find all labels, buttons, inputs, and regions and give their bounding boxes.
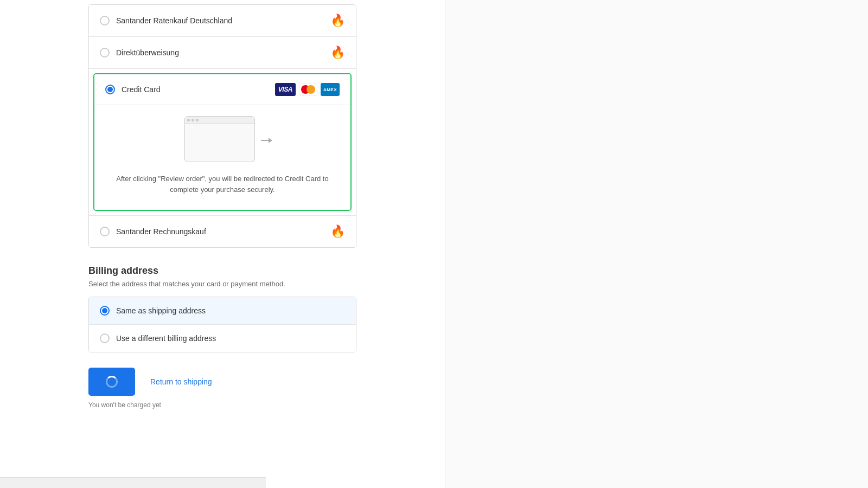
redirect-description: After clicking "Review order", you will … xyxy=(114,174,331,195)
payment-label-credit-card: Credit Card xyxy=(122,85,161,94)
visa-icon: VISA xyxy=(275,83,296,96)
browser-window xyxy=(184,116,255,162)
amex-icon: AMEX xyxy=(321,83,340,96)
billing-address-section: Billing address Select the address that … xyxy=(88,265,356,352)
payment-option-direktueberweisung[interactable]: Direktüberweisung 🔥 xyxy=(89,37,356,69)
radio-direktueberweisung[interactable] xyxy=(100,48,110,57)
payment-label-santander-ratenkauf: Santander Ratenkauf Deutschland xyxy=(116,16,232,25)
return-to-shipping-link[interactable]: Return to shipping xyxy=(150,377,212,386)
loading-spinner xyxy=(106,376,118,388)
submit-button[interactable] xyxy=(88,368,135,396)
santander-icon-1: 🔥 xyxy=(330,46,345,60)
radio-different-billing[interactable] xyxy=(100,333,110,343)
right-panel xyxy=(445,0,868,488)
payment-label-santander-rechnungskauf: Santander Rechnungskauf xyxy=(116,227,206,236)
credit-card-body: After clicking "Review order", you will … xyxy=(94,105,350,210)
billing-option-same[interactable]: Same as shipping address xyxy=(89,297,356,325)
billing-label-same: Same as shipping address xyxy=(116,306,206,315)
no-charge-notice: You won't be charged yet xyxy=(88,401,356,409)
billing-subtitle: Select the address that matches your car… xyxy=(88,280,356,288)
radio-same-as-shipping[interactable] xyxy=(100,306,110,316)
payment-option-santander-rechnungskauf[interactable]: Santander Rechnungskauf 🔥 xyxy=(89,216,356,247)
payment-label-direktueberweisung: Direktüberweisung xyxy=(116,48,179,57)
bottom-bar xyxy=(0,477,266,488)
radio-credit-card[interactable] xyxy=(105,85,115,94)
mastercard-icon xyxy=(299,83,317,96)
browser-bar xyxy=(185,117,254,124)
redirect-arrow xyxy=(261,138,272,143)
radio-santander-ratenkauf[interactable] xyxy=(100,16,110,25)
billing-title: Billing address xyxy=(88,265,356,277)
billing-label-different: Use a different billing address xyxy=(116,334,216,343)
santander-icon-3: 🔥 xyxy=(330,224,345,239)
billing-option-different[interactable]: Use a different billing address xyxy=(89,325,356,352)
santander-icon-0: 🔥 xyxy=(330,14,345,28)
payment-option-credit-card-wrapper: Credit Card VISA AMEX xyxy=(89,69,356,216)
credit-card-header[interactable]: Credit Card VISA AMEX xyxy=(94,74,350,105)
action-row: Return to shipping xyxy=(88,368,356,396)
billing-options-list: Same as shipping address Use a different… xyxy=(88,297,356,352)
radio-santander-rechnungskauf[interactable] xyxy=(100,227,110,236)
redirect-illustration xyxy=(184,116,260,165)
payment-methods-list: Santander Ratenkauf Deutschland 🔥 Direkt… xyxy=(88,4,356,248)
payment-option-santander-ratenkauf[interactable]: Santander Ratenkauf Deutschland 🔥 xyxy=(89,5,356,37)
credit-card-selected-box: Credit Card VISA AMEX xyxy=(93,73,352,211)
